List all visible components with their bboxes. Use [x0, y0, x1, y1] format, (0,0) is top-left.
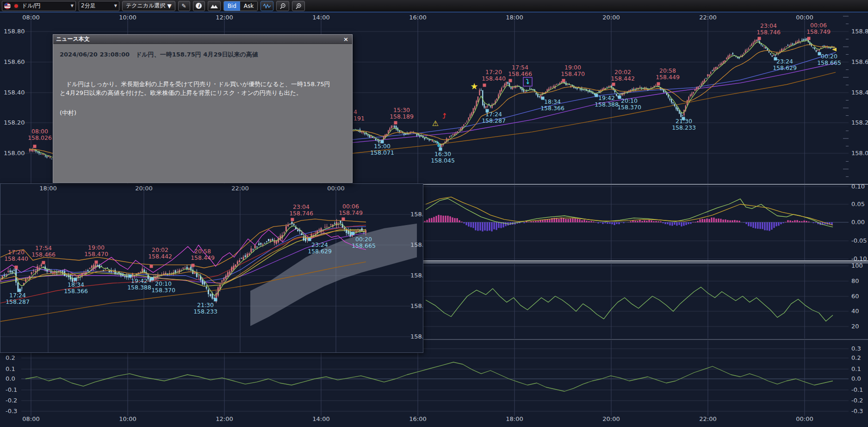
annotation-time: 20:58 — [194, 248, 211, 255]
extreme-marker — [351, 232, 354, 235]
annotation-time: 19:00 — [88, 244, 105, 251]
zoom-in-button[interactable] — [292, 1, 305, 11]
svg-text:18:00: 18:00 — [39, 185, 56, 192]
annotation-time: 17:54 — [35, 245, 52, 251]
annotation-price: 158.388 — [127, 284, 151, 291]
zoom-out-button[interactable] — [276, 1, 289, 11]
annotation-time: 18:34 — [68, 281, 84, 288]
svg-text:00:00: 00:00 — [327, 185, 344, 192]
news-body-line2: と4月29日以来の高値を付けた。欧米株価の上昇を背景にリスク・オンの円売りも出た… — [60, 89, 346, 98]
mountain-icon — [210, 3, 218, 9]
annotation-time: 00:20 — [355, 236, 372, 243]
annotation-price: 158.629 — [308, 248, 332, 255]
info-icon: i — [196, 3, 202, 9]
annotation-price: 158.749 — [339, 209, 363, 216]
extreme-marker — [42, 261, 45, 264]
annotation-price: 158.746 — [289, 210, 313, 217]
svg-text:158.: 158. — [410, 302, 423, 309]
chart-style-button[interactable] — [208, 1, 221, 11]
annotation-price: 158.366 — [64, 288, 88, 295]
bid-ask-toggle: Bid Ask — [223, 1, 258, 11]
annotation-time: 23:04 — [293, 203, 310, 210]
ask-button[interactable]: Ask — [240, 1, 257, 11]
waveform-icon — [263, 3, 271, 9]
annotation-price: 158.442 — [148, 253, 172, 260]
annotation-time: 20:02 — [152, 246, 168, 253]
annotation-price: 158.466 — [31, 251, 56, 258]
annotation-time: 19:42 — [131, 277, 148, 284]
news-title: ニュース本文 — [56, 35, 90, 43]
svg-text:158.: 158. — [410, 241, 423, 248]
annotation-time: 17:20 — [8, 249, 25, 256]
extreme-marker — [15, 266, 18, 269]
timeframe-label: 2分足 — [81, 2, 96, 10]
annotation-price: 158.440 — [4, 255, 28, 262]
extreme-marker — [192, 264, 195, 267]
trading-app: 08:00158.02615:30158.18917:20158.44017:5… — [0, 0, 868, 427]
svg-text:158.: 158. — [410, 333, 423, 340]
close-icon: × — [343, 36, 348, 43]
annotation-price: 158.370 — [151, 287, 175, 294]
extreme-marker — [74, 278, 77, 281]
rsi-surface[interactable] — [423, 264, 868, 339]
svg-text:20:00: 20:00 — [135, 185, 152, 192]
extreme-marker — [342, 218, 345, 221]
svg-text:158.: 158. — [410, 272, 423, 279]
news-close-button[interactable]: × — [342, 36, 349, 42]
news-titlebar[interactable]: ニュース本文 × — [53, 35, 352, 44]
annotation-time: 23:24 — [311, 241, 328, 248]
svg-text:158.: 158. — [410, 211, 423, 218]
detail-chart-window[interactable]: 17:20158.44017:54158.46619:00158.47020:0… — [0, 183, 423, 353]
pencil-icon: ✎ — [182, 3, 186, 9]
detail-chart[interactable]: 17:20158.44017:54158.46619:00158.47020:0… — [0, 184, 423, 352]
svg-text:22:00: 22:00 — [231, 185, 248, 192]
news-body-line1: ドル円はしっかり。米長期金利の上昇を受けて円売り・ドル買いが優勢になると、一時1… — [60, 80, 346, 89]
extreme-marker — [150, 265, 153, 268]
technical-label: テクニカル選択 — [126, 2, 165, 10]
news-byline: (中村) — [60, 109, 346, 117]
zoom-out-icon — [279, 3, 286, 9]
pair-select[interactable]: ドル/円 ▼ — [2, 1, 76, 11]
annotation-time: 00:06 — [342, 203, 359, 210]
annotation-price: 158.665 — [352, 242, 376, 249]
news-body: ドル円はしっかり。米長期金利の上昇を受けて円売り・ドル買いが優勢になると、一時1… — [60, 80, 346, 98]
annotation-time: 17:24 — [9, 292, 26, 299]
annotation-price: 158.233 — [193, 308, 217, 315]
extreme-marker — [151, 277, 154, 281]
extreme-marker — [291, 218, 294, 221]
bid-button[interactable]: Bid — [224, 1, 240, 11]
annotation-price: 158.470 — [84, 251, 108, 257]
extreme-marker — [95, 261, 98, 264]
news-headline: 2024/06/20 23:08:00 ドル円、一時158.75円 4月29日以… — [60, 50, 346, 59]
annotation-time: 20:10 — [155, 280, 172, 287]
draw-button[interactable]: ✎ — [178, 1, 190, 11]
annotation-price: 158.287 — [6, 298, 30, 305]
chevron-down-icon: ▼ — [71, 4, 74, 8]
annotation-price: 158.449 — [191, 254, 215, 261]
timeframe-select[interactable]: 2分足 ▼ — [79, 1, 119, 11]
technical-select-button[interactable]: テクニカル選択 ▼ — [122, 1, 175, 11]
pair-label: ドル/円 — [22, 2, 41, 10]
jp-flag-icon — [13, 3, 19, 9]
news-window[interactable]: ニュース本文 × 2024/06/20 23:08:00 ドル円、一時158.7… — [53, 34, 353, 183]
info-button[interactable]: i — [193, 1, 205, 11]
chevron-down-icon: ▼ — [167, 3, 171, 9]
zoom-in-icon — [295, 3, 302, 9]
news-content: 2024/06/20 23:08:00 ドル円、一時158.75円 4月29日以… — [53, 44, 352, 122]
annotation-time: 21:30 — [197, 301, 214, 308]
extreme-marker — [308, 238, 311, 241]
us-flag-icon — [4, 3, 11, 9]
wave-settings-button[interactable] — [260, 1, 273, 11]
app-toolbar: ドル/円 ▼ 2分足 ▼ テクニカル選択 ▼ ✎ i Bid Ask — [0, 0, 868, 12]
macd-surface[interactable] — [423, 184, 868, 260]
chevron-down-icon: ▼ — [114, 4, 117, 8]
extreme-marker — [214, 298, 217, 301]
